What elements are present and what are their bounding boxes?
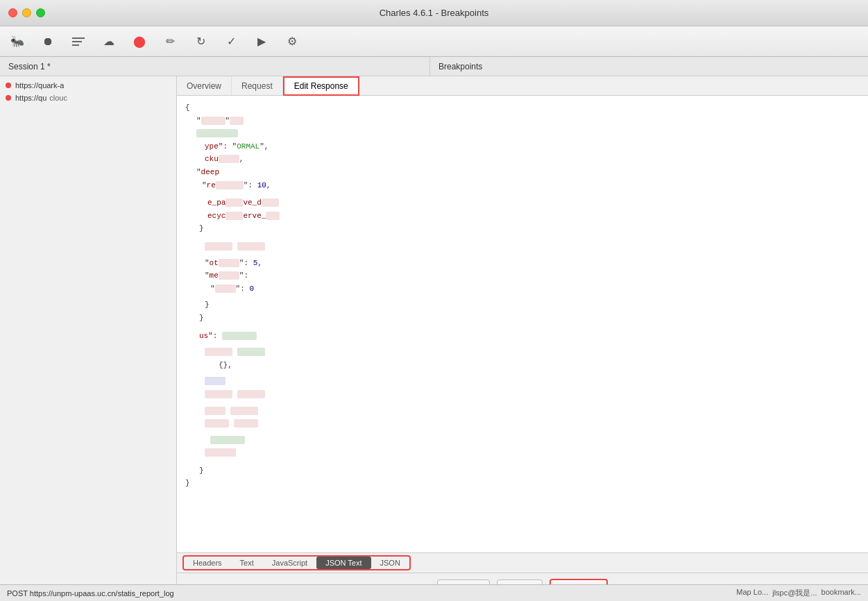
json-line <box>185 389 860 401</box>
tab-overview[interactable]: Overview <box>177 76 232 95</box>
json-line: e_pave_d <box>185 197 860 210</box>
json-line <box>185 405 860 417</box>
toolbar: 🐜 ⏺ ☁ ⬤ ✏ ↻ ✓ ▶ ⚙ <box>0 26 868 57</box>
content-area: Overview Request Edit Response { "" ype"… <box>177 76 868 601</box>
svg-rect-1 <box>72 41 82 42</box>
json-line: us": <box>185 330 860 343</box>
json-line <box>185 325 860 330</box>
check-icon[interactable]: ✓ <box>221 31 241 52</box>
json-text-tab[interactable]: JSON Text <box>316 557 371 569</box>
json-line: } <box>185 223 860 235</box>
minimize-button[interactable] <box>22 8 31 17</box>
headers-tab[interactable]: Headers <box>184 557 231 569</box>
close-button[interactable] <box>8 8 17 17</box>
statusbar-url: POST https://unpm-upaas.uc.cn/statis_rep… <box>7 589 174 598</box>
ant-icon[interactable]: 🐜 <box>7 31 28 52</box>
json-line: "": 0 <box>185 283 860 296</box>
record-icon[interactable]: ⏺ <box>37 31 58 52</box>
json-line <box>185 372 860 375</box>
statusbar: POST https://unpm-upaas.uc.cn/statis_rep… <box>0 584 868 601</box>
json-line: ecycerve_ <box>185 210 860 223</box>
refresh-icon[interactable]: ↻ <box>190 31 211 52</box>
javascript-tab[interactable]: JavaScript <box>263 557 316 569</box>
user-info: jlspc@我是... <box>772 588 817 598</box>
map-local-label[interactable]: Map Lo... <box>736 588 768 598</box>
response-tab-row: Overview Request Edit Response <box>177 76 868 96</box>
sidebar-item-2[interactable]: https://qu clouc <box>0 92 176 104</box>
cloud-icon[interactable]: ☁ <box>99 31 119 52</box>
json-line: } <box>185 299 860 312</box>
statusbar-right: Map Lo... jlspc@我是... bookmark... <box>736 588 861 598</box>
settings-icon[interactable]: ⚙ <box>282 31 303 52</box>
session-tab[interactable]: Session 1 * <box>0 57 430 76</box>
titlebar: Charles 4.6.1 - Breakpoints <box>0 0 868 26</box>
json-line <box>185 241 860 253</box>
json-line <box>185 343 860 346</box>
sidebar-item-1[interactable]: https://quark-a <box>0 79 176 92</box>
sidebar-url-suffix: clouc <box>49 94 67 102</box>
json-line <box>185 346 860 359</box>
stop-icon[interactable]: ⬤ <box>129 31 150 52</box>
json-line: } <box>185 477 860 490</box>
json-line: "me": <box>185 270 860 282</box>
json-line <box>185 460 860 464</box>
json-line <box>185 434 860 447</box>
json-tab[interactable]: JSON <box>371 557 409 569</box>
svg-rect-2 <box>72 44 79 46</box>
bookmark-label: bookmark... <box>822 588 861 598</box>
error-dot-2 <box>6 95 11 101</box>
json-line <box>185 296 860 298</box>
sidebar: https://quark-a https://qu clouc <box>0 76 177 601</box>
json-line: "re": 10, <box>185 180 860 192</box>
json-line: "deep <box>185 167 860 179</box>
format-tabs-wrapper: Headers Text JavaScript JSON Text JSON <box>177 552 868 573</box>
json-line: "ot": 5, <box>185 257 860 270</box>
json-editor[interactable]: { "" ype": "ORMAL", cku, "deep "re": 10,… <box>177 96 868 552</box>
json-line <box>185 375 860 388</box>
json-line <box>185 254 860 257</box>
json-line <box>185 418 860 430</box>
throttle-icon[interactable] <box>68 31 89 52</box>
json-line <box>185 192 860 196</box>
json-line: } <box>185 465 860 477</box>
pen-icon[interactable]: ✏ <box>160 31 180 52</box>
forward-icon[interactable]: ▶ <box>251 31 272 52</box>
sidebar-url-1: https://quark-a <box>15 81 64 90</box>
json-line: { <box>185 102 860 115</box>
json-line <box>185 447 860 459</box>
json-line: } <box>185 312 860 325</box>
sidebar-url-2: https://qu <box>15 94 46 102</box>
traffic-lights <box>8 8 45 17</box>
text-tab[interactable]: Text <box>231 557 263 569</box>
json-line <box>185 236 860 240</box>
json-line: ype": "ORMAL", <box>185 141 860 153</box>
window-title: Charles 4.6.1 - Breakpoints <box>380 8 489 18</box>
json-line: "" <box>185 115 860 128</box>
json-line <box>185 128 860 140</box>
svg-rect-0 <box>72 37 85 39</box>
breakpoints-tab[interactable]: Breakpoints <box>430 57 868 76</box>
json-line <box>185 431 860 434</box>
json-line: {}, <box>185 359 860 372</box>
tab-edit-response[interactable]: Edit Response <box>283 76 359 96</box>
error-dot <box>6 83 11 88</box>
main-layout: https://quark-a https://qu clouc Overvie… <box>0 76 868 601</box>
top-tabs: Session 1 * Breakpoints <box>0 57 868 76</box>
fullscreen-button[interactable] <box>36 8 45 17</box>
json-line <box>185 401 860 404</box>
tab-request[interactable]: Request <box>232 76 283 95</box>
json-line: cku, <box>185 153 860 166</box>
format-tabs-border: Headers Text JavaScript JSON Text JSON <box>182 555 411 570</box>
